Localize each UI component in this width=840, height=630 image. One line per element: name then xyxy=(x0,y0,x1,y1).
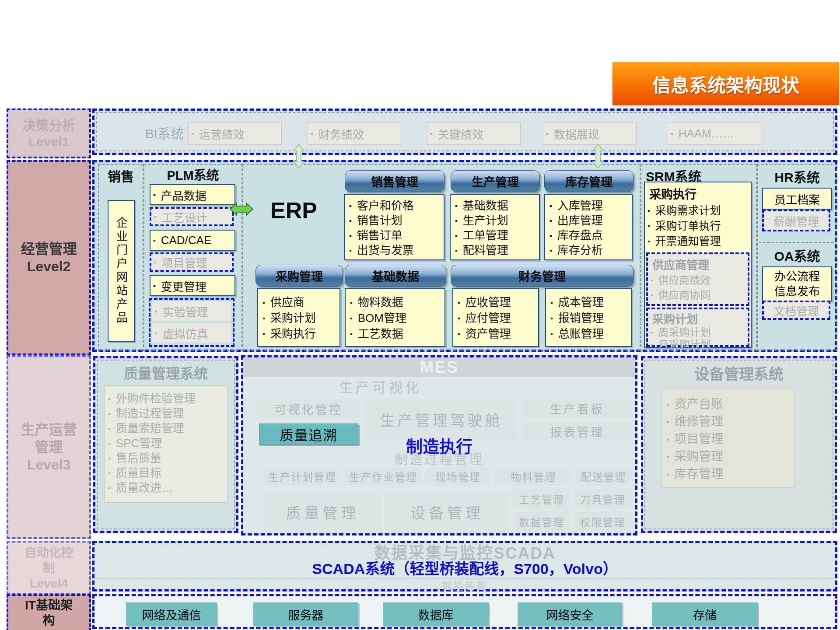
srm-item: 采购订单执行 xyxy=(645,218,751,234)
enterprise-portal-label: 企业门户网站产品 xyxy=(113,217,130,325)
erp-production-items: 基础数据 生产计划 工单管理 配料管理 xyxy=(450,194,540,260)
plm-header: PLM系统 xyxy=(144,166,242,182)
qms-item: 质量目标 xyxy=(105,466,226,480)
plm-module-planned: 工艺设计 xyxy=(150,207,234,226)
erp-module-pill-sales: 销售管理 xyxy=(345,170,444,192)
erp-module-pill-purchasing: 采购管理 xyxy=(256,265,343,287)
erp-module-pill-masterdata: 基础数据 xyxy=(345,265,446,287)
qms-item: 质量索赔管理 xyxy=(105,421,226,436)
erp-title: ERP xyxy=(270,197,317,224)
hr-active-box: 员工档案 xyxy=(762,188,832,210)
qms-panel: 质量管理系统 外购件检验管理 制造过程管理 质量索赔管理 SPC管理 售后质量 … xyxy=(93,356,238,533)
mes-row-box: 现场管理 xyxy=(425,467,491,485)
erp-sales-items: 客户和价格 销售计划 销售订单 出货与发票 xyxy=(344,194,444,260)
level1-bi-row: BI系统 运营绩效 财务绩效 关键绩效 数据展现 HAAM…… xyxy=(92,108,837,155)
erp-item: 工艺数据 xyxy=(347,326,443,342)
erp-module-pill-finance: 财务管理 xyxy=(451,265,634,287)
plm-module-active: 变更管理 xyxy=(150,275,235,296)
erp-finance-items-left: 应收管理 应付管理 资产管理 xyxy=(452,288,539,347)
mes-overlay-execution: 制造执行 xyxy=(243,435,635,455)
erp-item: 销售订单 xyxy=(346,228,442,243)
erp-item: 报销管理 xyxy=(548,310,629,326)
erp-item: 成本管理 xyxy=(548,294,629,310)
erp-item: 采购执行 xyxy=(260,326,338,342)
equipment-mgmt-panel: 设备管理系统 资产台账 维修管理 项目管理 采购管理 库存管理 xyxy=(641,356,837,533)
erp-purchasing-items: 供应商 采购计划 采购执行 xyxy=(257,288,340,347)
erp-item: 出库管理 xyxy=(547,213,630,228)
erp-panel: ERP 销售管理 生产管理 库存管理 客户和价格 销售计划 销售订单 出货与发票… xyxy=(242,164,640,351)
title-banner: 信息系统架构现状 xyxy=(612,62,839,105)
side-label-it-infra: IT基础架 构 xyxy=(7,594,91,630)
bi-item: 数据展现 xyxy=(543,122,637,145)
srm-exec-title: 采购执行 xyxy=(645,182,751,203)
bi-item: 关键绩效 xyxy=(427,122,521,145)
infra-box-server: 服务器 xyxy=(253,602,358,626)
mes-visual-title: 生产可视化 xyxy=(243,378,518,395)
hr-oa-panel: HR系统 员工档案 薪酬管理 OA系统 办公流程 信息发布 文档管理 xyxy=(757,164,837,351)
bi-item: 财务绩效 xyxy=(308,122,401,145)
hr-oa-divider xyxy=(759,242,834,243)
oa-active-box: 办公流程 信息发布 xyxy=(762,266,832,301)
qms-header: 质量管理系统 xyxy=(95,364,236,381)
erp-item: 库存盘点 xyxy=(547,228,630,243)
srm-item-planned: 供应商协同 xyxy=(648,288,748,303)
mes-title-band: MES xyxy=(243,357,635,377)
enterprise-portal-box: 企业门户网站产品 xyxy=(108,200,135,342)
erp-item: 入库管理 xyxy=(547,198,630,213)
plm-panel: PLM系统 产品数据 工艺设计 CAD/CAE 项目管理 变更管理 实验管理 虚… xyxy=(144,164,242,351)
oa-header: OA系统 xyxy=(758,247,836,263)
mes-small-box: 刀具管理 xyxy=(573,489,632,509)
hr-planned-box: 薪酬管理 xyxy=(762,210,830,231)
erp-item: 物料数据 xyxy=(347,294,443,310)
it-infra-row: 网络及通信 服务器 数据库 网络安全 存储 xyxy=(92,594,837,629)
qms-item: 售后质量 xyxy=(105,451,226,466)
ems-items-box: 资产台账 维修管理 项目管理 采购管理 库存管理 xyxy=(662,389,794,488)
erp-item: 供应商 xyxy=(260,294,338,310)
ems-item: 采购管理 xyxy=(664,448,792,466)
data-flow-vertical-arrow-icon xyxy=(592,144,605,169)
plm-module-active: CAD/CAE xyxy=(150,230,235,251)
infra-box-security: 网络安全 xyxy=(518,602,622,626)
erp-item: 应收管理 xyxy=(455,294,536,310)
qms-item: 制造过程管理 xyxy=(105,406,226,421)
erp-inventory-items: 入库管理 出库管理 库存盘点 库存分析 xyxy=(544,194,633,260)
sales-portal-panel: 销售 企业门户网站产品 xyxy=(98,164,144,351)
erp-masterdata-items: 物料数据 BOM管理 工艺数据 xyxy=(345,288,445,347)
srm-item: 采购需求计划 xyxy=(645,203,751,218)
srm-item-planned: 周采购计划 xyxy=(648,326,748,339)
erp-item: 应付管理 xyxy=(455,310,536,326)
infra-box-network: 网络及通信 xyxy=(126,602,217,626)
ems-item: 维修管理 xyxy=(664,413,792,430)
srm-active-block: 采购执行 采购需求计划 采购订单执行 开票通知管理 供应商管理 供应商绩效 供应… xyxy=(644,182,752,348)
mes-row-box: 生产作业管理 xyxy=(344,467,423,485)
side-label-level2: 经营管理 Level2 xyxy=(7,160,91,355)
hr-header: HR系统 xyxy=(758,168,836,184)
erp-item: BOM管理 xyxy=(347,310,443,326)
erp-item: 生产计划 xyxy=(452,213,537,228)
mes-small-box: 数据管理 xyxy=(512,511,571,532)
qms-item: 外购件检验管理 xyxy=(105,391,226,406)
ems-item: 库存管理 xyxy=(664,466,792,483)
srm-item: 开票通知管理 xyxy=(645,234,751,249)
mes-equipment-box: 设备管理 xyxy=(385,491,510,532)
erp-module-pill-inventory: 库存管理 xyxy=(544,170,634,192)
qms-item: SPC管理 xyxy=(105,436,226,451)
erp-finance-items-right: 成本管理 报销管理 总账管理 xyxy=(545,288,632,347)
srm-panel: SRM系统 采购执行 采购需求计划 采购订单执行 开票通知管理 供应商管理 供应… xyxy=(640,164,757,351)
mes-visual-control-box: 可视化管控 xyxy=(257,399,360,418)
plm-module-active: 产品数据 xyxy=(150,184,235,205)
srm-item-planned: 供应商绩效 xyxy=(648,273,748,288)
erp-item: 工单管理 xyxy=(452,228,537,243)
mes-kanban-box: 生产看板 xyxy=(522,398,632,418)
infra-box-storage: 存储 xyxy=(652,602,758,626)
scada-panel: 数据采集与监控SCADA SCADA系统（轻型桥装配线，S700，Volvo） … xyxy=(92,541,837,592)
data-flow-vertical-arrow-icon xyxy=(292,144,305,169)
side-label-level1: 决策分析 Level1 xyxy=(7,108,91,158)
erp-item: 销售计划 xyxy=(346,213,442,228)
mes-row-box: 物料管理 xyxy=(495,467,572,485)
erp-item: 客户和价格 xyxy=(346,198,442,213)
srm-plan-block-planned: 采购计划 周采购计划 月采购计划 xyxy=(646,308,749,347)
mes-small-box: 工艺管理 xyxy=(512,489,571,509)
erp-item: 总账管理 xyxy=(548,326,629,342)
scada-headline: SCADA系统（轻型桥装配线，S700，Volvo） xyxy=(94,558,835,577)
